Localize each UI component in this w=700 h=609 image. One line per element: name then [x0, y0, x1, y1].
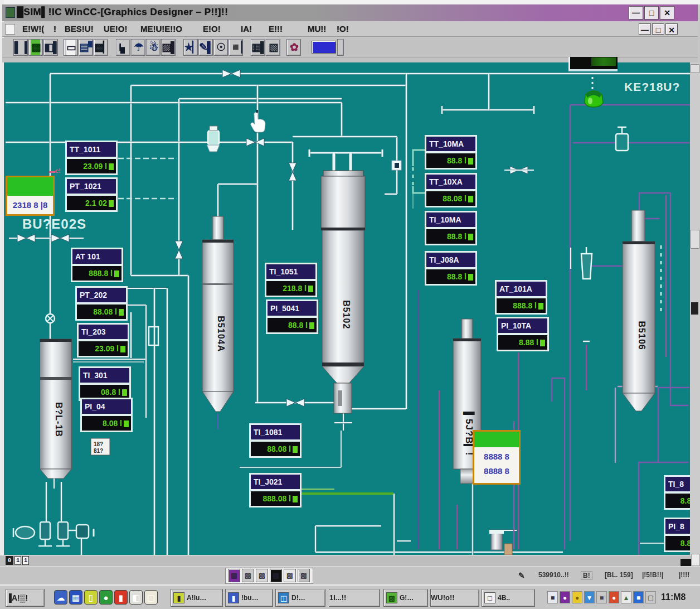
svg-text:888.8 l: 888.8 l — [89, 269, 113, 278]
svg-text:KE?18U?: KE?18U? — [624, 80, 680, 93]
svg-text:218.8 l: 218.8 l — [283, 284, 307, 293]
svg-text:888.08 l: 888.08 l — [262, 494, 291, 503]
svg-text:8888 8: 8888 8 — [484, 452, 509, 461]
svg-text:88.8 l: 88.8 l — [447, 156, 466, 165]
svg-text:PI_04: PI_04 — [85, 402, 105, 411]
svg-text:81?: 81? — [94, 448, 103, 454]
svg-text:PI_8: PI_8 — [668, 522, 684, 531]
svg-text:TI_203: TI_203 — [81, 327, 106, 336]
svg-text:8.88 l: 8.88 l — [519, 338, 538, 347]
svg-text:B5102: B5102 — [342, 300, 351, 329]
svg-text:8.8 l: 8.8 l — [680, 496, 690, 505]
svg-text:PI_10TA: PI_10TA — [501, 321, 531, 330]
svg-text:TI_8: TI_8 — [668, 480, 684, 489]
svg-text:B5104A: B5104A — [216, 316, 226, 352]
svg-text:TI_301: TI_301 — [83, 371, 108, 380]
svg-text:TT_1011: TT_1011 — [70, 145, 100, 154]
svg-text:TI_1051: TI_1051 — [269, 267, 298, 276]
svg-text:PT_202: PT_202 — [80, 291, 107, 299]
svg-text:88.08 l: 88.08 l — [93, 307, 117, 316]
svg-text:88.8 l: 88.8 l — [447, 232, 466, 241]
svg-text:PT_1021: PT_1021 — [70, 182, 101, 191]
svg-text:B5106: B5106 — [637, 321, 646, 350]
svg-text:AT_101A: AT_101A — [499, 284, 532, 293]
svg-text:▬e!: ▬e! — [49, 167, 61, 174]
svg-text:TT_10XA: TT_10XA — [429, 177, 463, 186]
svg-text:AT 101: AT 101 — [75, 252, 100, 261]
svg-text:88.08 l: 88.08 l — [443, 194, 466, 203]
svg-text:88.08 l: 88.08 l — [267, 444, 291, 453]
svg-text:8888 8: 8888 8 — [484, 466, 509, 476]
svg-text:PI_5041: PI_5041 — [270, 304, 299, 313]
svg-text:8.08 l: 8.08 l — [103, 419, 122, 428]
svg-text:2318 8 |8: 2318 8 |8 — [13, 200, 48, 210]
svg-text:TI_J021: TI_J021 — [254, 477, 283, 486]
svg-text:88.8 l: 88.8 l — [447, 272, 466, 281]
svg-text:2.1 02: 2.1 02 — [85, 199, 107, 207]
svg-text:8.8 l: 8.8 l — [680, 539, 690, 548]
svg-text:B?L-1B: B?L-1B — [54, 402, 64, 437]
svg-text:888.8 l: 888.8 l — [513, 301, 537, 310]
svg-text:TT_10MA: TT_10MA — [429, 139, 464, 148]
svg-text:23.09 l: 23.09 l — [83, 162, 107, 171]
svg-text:18?: 18? — [94, 441, 103, 447]
svg-text:88.8 l: 88.8 l — [288, 321, 308, 330]
svg-text:08.8 l: 08.8 l — [101, 388, 120, 397]
svg-text:TI_J08A: TI_J08A — [429, 255, 459, 264]
svg-text:23.09 l: 23.09 l — [95, 344, 119, 353]
svg-text:TI_10MA: TI_10MA — [429, 215, 461, 224]
svg-text:BU?E02S: BU?E02S — [22, 216, 86, 231]
svg-text:TI_1081: TI_1081 — [254, 428, 283, 437]
